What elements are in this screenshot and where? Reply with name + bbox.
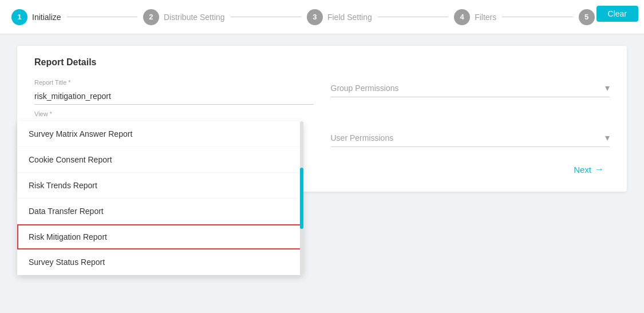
report-title-field: Report Title * bbox=[34, 79, 314, 105]
step-5-circle: 5 bbox=[579, 9, 595, 25]
next-button[interactable]: Next → bbox=[574, 164, 604, 175]
dropdown-item-0-label: Survey Matrix Answer Report bbox=[29, 129, 132, 138]
user-permissions-field: User Permissions ▾ bbox=[331, 129, 610, 147]
view-section: View * bbox=[34, 110, 610, 117]
step-4-label: Filters bbox=[475, 13, 496, 22]
report-title-input[interactable] bbox=[34, 88, 314, 105]
group-permissions-select[interactable]: Group Permissions ▾ bbox=[331, 79, 610, 97]
view-label: View * bbox=[34, 110, 610, 117]
main-content: Report Details Report Title * Group Perm… bbox=[0, 34, 644, 203]
dropdown-item-4-label: Risk Mitigation Report bbox=[29, 232, 107, 241]
step-1[interactable]: 1 Initialize bbox=[11, 9, 61, 25]
next-label: Next bbox=[574, 165, 591, 175]
stepper: 1 Initialize 2 Distribute Setting 3 Fiel… bbox=[11, 9, 633, 25]
user-permissions-select[interactable]: User Permissions ▾ bbox=[331, 129, 610, 147]
step-3-circle: 3 bbox=[307, 9, 323, 25]
form-row-1: Report Title * Group Permissions ▾ bbox=[34, 79, 610, 105]
card-title: Report Details bbox=[34, 57, 610, 68]
chevron-down-icon-2: ▾ bbox=[605, 132, 610, 143]
dropdown-item-0[interactable]: Survey Matrix Answer Report bbox=[17, 121, 303, 147]
clear-button[interactable]: Clear bbox=[596, 6, 638, 22]
dropdown-item-1[interactable]: Cookie Consent Report bbox=[17, 147, 303, 173]
next-arrow-icon: → bbox=[595, 164, 604, 175]
chevron-down-icon: ▾ bbox=[605, 82, 610, 93]
report-title-label: Report Title * bbox=[34, 79, 314, 86]
step-1-circle: 1 bbox=[11, 9, 27, 25]
step-2[interactable]: 2 Distribute Setting bbox=[143, 9, 225, 25]
dropdown-item-1-label: Cookie Consent Report bbox=[29, 155, 112, 164]
step-3[interactable]: 3 Field Setting bbox=[307, 9, 372, 25]
connector-4-5 bbox=[502, 17, 572, 17]
view-dropdown: Survey Matrix Answer Report Cookie Conse… bbox=[17, 121, 303, 275]
step-4-circle: 4 bbox=[454, 9, 470, 25]
dropdown-scrollbar[interactable] bbox=[300, 121, 303, 275]
connector-3-4 bbox=[378, 17, 448, 17]
dropdown-item-3[interactable]: Data Transfer Report bbox=[17, 199, 303, 224]
step-1-label: Initialize bbox=[32, 13, 61, 22]
step-2-circle: 2 bbox=[143, 9, 159, 25]
dropdown-item-5[interactable]: Survey Status Report bbox=[17, 249, 303, 275]
dropdown-item-5-label: Survey Status Report bbox=[29, 257, 105, 267]
group-permissions-label: Group Permissions bbox=[331, 84, 606, 93]
top-bar: 1 Initialize 2 Distribute Setting 3 Fiel… bbox=[0, 0, 644, 34]
step-2-label: Distribute Setting bbox=[164, 13, 225, 22]
group-permissions-field: Group Permissions ▾ bbox=[331, 79, 610, 97]
connector-2-3 bbox=[231, 17, 301, 17]
step-3-label: Field Setting bbox=[327, 13, 372, 22]
dropdown-item-2[interactable]: Risk Trends Report bbox=[17, 173, 303, 199]
user-permissions-label: User Permissions bbox=[331, 133, 606, 142]
dropdown-item-3-label: Data Transfer Report bbox=[29, 207, 104, 216]
dropdown-scrollbar-thumb bbox=[300, 168, 303, 229]
dropdown-item-4-highlighted[interactable]: Risk Mitigation Report bbox=[17, 224, 303, 249]
connector-1-2 bbox=[67, 17, 137, 17]
step-4[interactable]: 4 Filters bbox=[454, 9, 496, 25]
dropdown-item-2-label: Risk Trends Report bbox=[29, 181, 97, 190]
